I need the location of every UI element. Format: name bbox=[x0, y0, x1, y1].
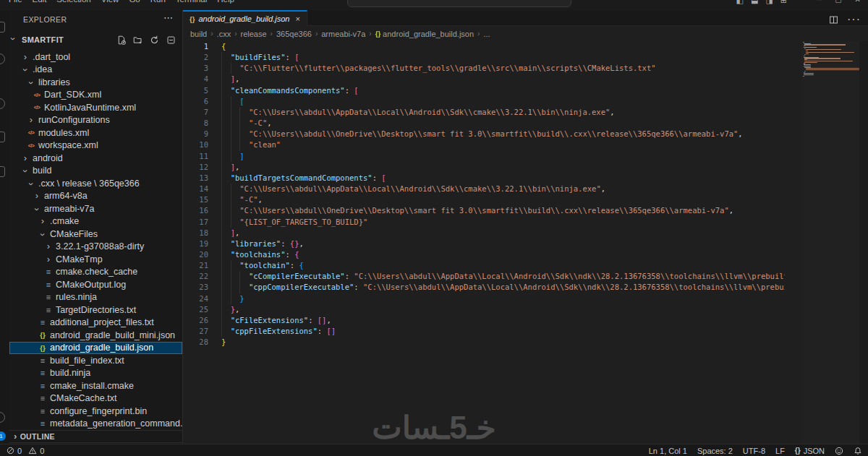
new-folder-icon[interactable] bbox=[132, 34, 143, 46]
tree-item--cxx-release-365qe366[interactable]: ›.cxx \ release \ 365qe366 bbox=[9, 177, 182, 190]
tree-item-cmake-install-cmake[interactable]: ≡cmake_install.cmake bbox=[9, 379, 182, 392]
minimap[interactable] bbox=[801, 41, 859, 444]
tree-item-cmakefiles[interactable]: ›CMakeFiles bbox=[9, 228, 182, 241]
code-line-2: 2 "buildFiles": [ bbox=[183, 52, 785, 63]
breadcrumb-item[interactable]: {}android_gradle_build.json bbox=[375, 30, 474, 38]
new-file-icon[interactable] bbox=[115, 34, 127, 46]
command-center[interactable] bbox=[347, 0, 571, 7]
tree-item-3-22-1-g37088a8-dirty[interactable]: ›3.22.1-g37088a8-dirty bbox=[9, 241, 182, 254]
chevron-right-icon: › bbox=[35, 192, 38, 199]
menu-edit[interactable]: Edit bbox=[33, 0, 47, 4]
tree-item-android-gradle-build-mini-json[interactable]: {}android_gradle_build_mini.json bbox=[9, 329, 182, 342]
json-file-icon: {} bbox=[375, 30, 380, 38]
tree-item-cmaketmp[interactable]: ›CMakeTmp bbox=[9, 253, 182, 266]
breadcrumb-item[interactable]: release bbox=[241, 30, 267, 38]
tree-item--dart-tool[interactable]: ›.dart_tool bbox=[9, 51, 182, 64]
tree-item-android-gradle-build-json[interactable]: {}android_gradle_build.json bbox=[9, 342, 182, 355]
tree-item-additional-project-files-txt[interactable]: ≡additional_project_files.txt bbox=[9, 317, 182, 330]
tree-item-cmake-check-cache[interactable]: ≡cmake.check_cache bbox=[9, 266, 182, 279]
error-count: 0 bbox=[17, 447, 22, 455]
menu-bar: FileEditSelectionViewGoRunTerminalHelp bbox=[9, 0, 234, 4]
chevron-right-icon: › bbox=[271, 30, 273, 38]
menu-view[interactable]: View bbox=[101, 0, 119, 4]
text-file-icon: ≡ bbox=[41, 356, 45, 365]
code-editor[interactable]: 1{ 2 "buildFiles": [ 3 "C:\\Flutter\\flu… bbox=[183, 41, 785, 444]
code-line-18: 18 ], bbox=[183, 228, 785, 238]
menu-help[interactable]: Help bbox=[217, 0, 234, 4]
chevron-right-icon: › bbox=[47, 243, 50, 250]
tree-item-kotlinjavaruntime-xml[interactable]: </>KotlinJavaRuntime.xml bbox=[9, 101, 182, 114]
breadcrumb-item[interactable]: 365qe366 bbox=[276, 30, 312, 38]
toggle-panel-icon[interactable]: ⬓ bbox=[751, 0, 758, 5]
menu-file[interactable]: File bbox=[9, 0, 22, 4]
chevron-down-icon: › bbox=[22, 69, 29, 72]
tree-item-build-ninja[interactable]: ≡build.ninja bbox=[9, 367, 182, 380]
menu-selection[interactable]: Selection bbox=[56, 0, 90, 4]
panel-outline[interactable]: ›OUTLINE bbox=[9, 430, 182, 442]
file-tree: ›.dart_tool ›.idea ›libraries </>Dart_SD… bbox=[9, 51, 182, 430]
tree-item-armeabi-v7a[interactable]: ›armeabi-v7a bbox=[9, 202, 182, 215]
status-item[interactable] bbox=[854, 447, 862, 455]
code-line-22: 22 "cCompilerExecutable": "C:\\Users\\ab… bbox=[183, 271, 785, 282]
scrollbar[interactable] bbox=[859, 41, 868, 444]
explorer-icon[interactable] bbox=[0, 22, 5, 33]
status-item-lf[interactable]: LF bbox=[775, 447, 785, 455]
status-item-spaces-2[interactable]: Spaces: 2 bbox=[697, 447, 733, 455]
chevron-right-icon: › bbox=[30, 116, 33, 124]
tree-item-build[interactable]: ›build bbox=[9, 165, 182, 178]
code-line-27: 27 "cppFileExtensions": [] bbox=[183, 326, 785, 337]
maximize-icon[interactable]: ▢ bbox=[835, 0, 841, 4]
tree-item-build-file-index-txt[interactable]: ≡build_file_index.txt bbox=[9, 354, 182, 367]
status-bar: 0 0 Ln 1, Col 1Spaces: 2UTF-8LF{}JSON bbox=[0, 444, 868, 456]
status-item-utf-8[interactable]: UTF-8 bbox=[743, 447, 765, 455]
text-file-icon: ≡ bbox=[41, 419, 45, 428]
breadcrumb-item[interactable]: armeabi-v7a bbox=[321, 30, 365, 38]
close-icon[interactable]: ✕ bbox=[855, 0, 861, 4]
tree-item-metadata-generation-command-txt[interactable]: ≡metadata_generation_command.txt bbox=[9, 418, 182, 431]
chevron-right-icon: › bbox=[234, 30, 237, 38]
customize-layout-icon[interactable]: ⊞ bbox=[780, 0, 787, 5]
refresh-icon[interactable] bbox=[148, 34, 160, 46]
search-icon[interactable] bbox=[0, 53, 5, 64]
breadcrumb-item[interactable]: build bbox=[190, 30, 207, 38]
toggle-secondary-sidebar-icon[interactable]: ◨ bbox=[765, 0, 773, 5]
problems-indicator[interactable]: 0 0 bbox=[7, 447, 44, 455]
workspace-section-header[interactable]: › SMARTFIT bbox=[9, 29, 182, 51]
tree-item-cmakecache-txt[interactable]: ≡CMakeCache.txt bbox=[9, 392, 182, 405]
tree-item-android[interactable]: ›android bbox=[9, 152, 182, 165]
run-debug-icon[interactable] bbox=[0, 132, 5, 142]
breadcrumb-item[interactable]: ... bbox=[483, 30, 490, 38]
tree-item--cmake[interactable]: ›.cmake bbox=[9, 215, 182, 228]
chevron-right-icon: › bbox=[24, 53, 27, 61]
source-control-icon[interactable] bbox=[0, 98, 5, 109]
extensions-icon[interactable] bbox=[0, 166, 5, 177]
toggle-sidebar-icon[interactable]: ◧ bbox=[736, 0, 744, 5]
tree-item--idea[interactable]: ›.idea bbox=[9, 64, 182, 77]
more-actions-icon[interactable]: ··· bbox=[847, 13, 861, 26]
more-actions-icon[interactable]: ⋯ bbox=[163, 12, 174, 23]
status-item-ln-1-col-1[interactable]: Ln 1, Col 1 bbox=[649, 447, 687, 455]
tree-item-configure-fingerprint-bin[interactable]: ≡configure_fingerprint.bin bbox=[9, 405, 182, 418]
collapse-all-icon[interactable] bbox=[165, 34, 176, 46]
code-line-26: 26 "cFileExtensions": [], bbox=[183, 315, 785, 326]
tree-item-targetdirectories-txt[interactable]: ≡TargetDirectories.txt bbox=[9, 304, 182, 317]
tree-item-cmakeoutput-log[interactable]: ≡CMakeOutput.log bbox=[9, 278, 182, 291]
tree-item-rules-ninja[interactable]: ≡rules.ninja bbox=[9, 291, 182, 304]
breadcrumb-item[interactable]: .cxx bbox=[217, 30, 231, 38]
tab-android-gradle-build-json[interactable]: {} android_gradle_build.json × bbox=[183, 10, 307, 26]
tree-item-libraries[interactable]: ›libraries bbox=[9, 76, 182, 89]
account-icon[interactable] bbox=[0, 412, 5, 423]
menu-go[interactable]: Go bbox=[129, 0, 140, 4]
tree-item-modules-xml[interactable]: </>modules.xml bbox=[9, 126, 182, 139]
tree-item-arm64-v8a[interactable]: ›arm64-v8a bbox=[9, 190, 182, 203]
status-item[interactable] bbox=[835, 447, 843, 455]
tree-item-workspace-xml[interactable]: </>workspace.xml bbox=[9, 139, 182, 152]
close-tab-icon[interactable]: × bbox=[295, 14, 299, 23]
menu-run[interactable]: Run bbox=[150, 0, 166, 4]
tree-item-runconfigurations[interactable]: ›runConfigurations bbox=[9, 114, 182, 127]
status-item-json[interactable]: {}JSON bbox=[795, 447, 825, 455]
menu-terminal[interactable]: Terminal bbox=[176, 0, 207, 4]
split-editor-icon[interactable] bbox=[829, 15, 838, 25]
minimize-icon[interactable]: ─ bbox=[817, 0, 822, 4]
tree-item-dart-sdk-xml[interactable]: </>Dart_SDK.xml bbox=[9, 89, 182, 102]
